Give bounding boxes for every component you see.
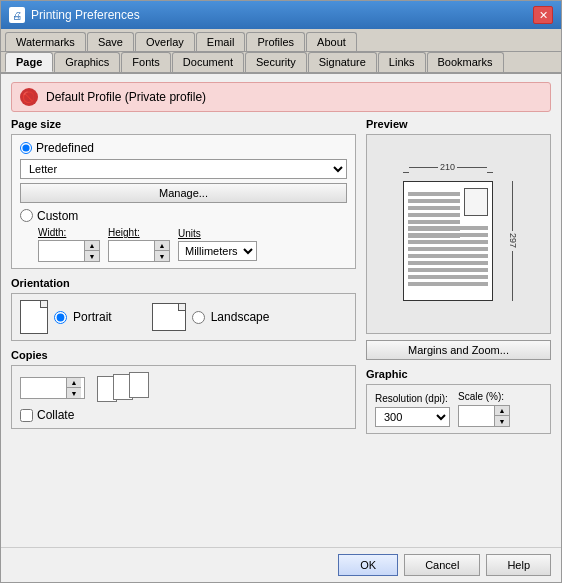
window-title: Printing Preferences	[31, 8, 140, 22]
line-5	[408, 220, 460, 224]
tab-links[interactable]: Links	[378, 52, 426, 72]
height-group: Height: 279.4 ▲ ▼	[108, 227, 170, 262]
line-15	[408, 275, 488, 279]
tab-page[interactable]: Page	[5, 52, 53, 72]
width-spinbox[interactable]: 215.9 ▲ ▼	[38, 240, 100, 262]
collate-row: Collate	[20, 408, 347, 422]
tab-watermarks[interactable]: Watermarks	[5, 32, 86, 51]
paper-select-row: Letter A4 Legal A3	[20, 159, 347, 179]
paper-size-select[interactable]: Letter A4 Legal A3	[20, 159, 347, 179]
tab-document[interactable]: Document	[172, 52, 244, 72]
custom-radio[interactable]	[20, 209, 33, 222]
preview-section: Preview 210	[366, 118, 551, 360]
copies-label: Copies	[11, 349, 356, 361]
height-label: Height:	[108, 227, 170, 238]
line-8	[408, 226, 488, 230]
copies-spinbox-buttons: ▲ ▼	[66, 378, 81, 398]
portrait-option: Portrait	[20, 300, 112, 334]
tab-signature[interactable]: Signature	[308, 52, 377, 72]
graphic-label: Graphic	[366, 368, 551, 380]
resolution-select[interactable]: 300 600 150 72	[375, 407, 450, 427]
portrait-icon	[20, 300, 48, 334]
height-spinbox[interactable]: 279.4 ▲ ▼	[108, 240, 170, 262]
custom-label: Custom	[37, 209, 78, 223]
copies-row: 1 ▲ ▼	[20, 372, 347, 404]
main-area: Page size Predefined Letter A4 Legal A3	[11, 118, 551, 539]
manage-button[interactable]: Manage...	[20, 183, 347, 203]
content-area: 🚫 Default Profile (Private profile) Page…	[1, 74, 561, 547]
copies-section: Copies 1 ▲ ▼	[11, 349, 356, 429]
line-16	[408, 282, 488, 286]
preview-page	[403, 181, 493, 301]
help-button[interactable]: Help	[486, 554, 551, 576]
preview-box: 210 297	[366, 134, 551, 334]
width-up-button[interactable]: ▲	[85, 241, 99, 251]
scale-input[interactable]: 100	[459, 406, 494, 426]
preview-label: Preview	[366, 118, 551, 130]
height-dimension: 297	[512, 181, 513, 301]
landscape-corner	[178, 304, 185, 311]
line-12	[408, 254, 488, 258]
copies-down-button[interactable]: ▼	[67, 388, 81, 398]
collate-checkbox[interactable]	[20, 409, 33, 422]
scale-down-button[interactable]: ▼	[495, 416, 509, 426]
height-up-button[interactable]: ▲	[155, 241, 169, 251]
width-label: Width:	[38, 227, 100, 238]
height-spinbox-buttons: ▲ ▼	[154, 241, 169, 261]
height-down-button[interactable]: ▼	[155, 251, 169, 261]
line-10	[408, 240, 488, 244]
tab-bookmarks[interactable]: Bookmarks	[427, 52, 504, 72]
custom-row: Custom	[20, 209, 347, 223]
tab-graphics[interactable]: Graphics	[54, 52, 120, 72]
scale-spinbox[interactable]: 100 ▲ ▼	[458, 405, 510, 427]
copy-icon-3	[129, 372, 149, 398]
copies-input[interactable]: 1	[21, 378, 66, 398]
dimensions-row: Width: 215.9 ▲ ▼ Height:	[38, 227, 347, 262]
margins-zoom-button[interactable]: Margins and Zoom...	[366, 340, 551, 360]
width-input[interactable]: 215.9	[39, 241, 84, 261]
window-icon: 🖨	[9, 7, 25, 23]
width-down-button[interactable]: ▼	[85, 251, 99, 261]
width-dimension: 210	[403, 167, 493, 178]
height-input[interactable]: 279.4	[109, 241, 154, 261]
tab-overlay[interactable]: Overlay	[135, 32, 195, 51]
tab-fonts[interactable]: Fonts	[121, 52, 171, 72]
tab-email[interactable]: Email	[196, 32, 246, 51]
landscape-label: Landscape	[211, 310, 270, 324]
page-size-box: Predefined Letter A4 Legal A3 Manage...	[11, 134, 356, 269]
ok-button[interactable]: OK	[338, 554, 398, 576]
tab-save[interactable]: Save	[87, 32, 134, 51]
units-label: Units	[178, 228, 257, 239]
tab-profiles[interactable]: Profiles	[246, 32, 305, 51]
landscape-radio[interactable]	[192, 311, 205, 324]
resolution-field: Resolution (dpi): 300 600 150 72	[375, 393, 450, 427]
orientation-row: Portrait Landscape	[20, 300, 347, 334]
bottom-tab-row: Page Graphics Fonts Document Security Si…	[1, 52, 561, 74]
width-dim-label: 210	[438, 162, 457, 172]
bottom-bar: OK Cancel Help	[1, 547, 561, 582]
line-13	[408, 261, 488, 265]
tab-about[interactable]: About	[306, 32, 357, 51]
tab-security[interactable]: Security	[245, 52, 307, 72]
scale-spinbox-buttons: ▲ ▼	[494, 406, 509, 426]
right-panel: Preview 210	[366, 118, 551, 539]
resolution-label: Resolution (dpi):	[375, 393, 450, 404]
predefined-radio[interactable]	[20, 142, 32, 154]
preview-wrapper: 210 297	[403, 181, 493, 301]
portrait-radio[interactable]	[54, 311, 67, 324]
landscape-icon	[152, 303, 186, 331]
graphic-row: Resolution (dpi): 300 600 150 72 Scale (…	[375, 391, 542, 427]
units-select[interactable]: Millimeters Inches Points	[178, 241, 257, 261]
copies-spinbox[interactable]: 1 ▲ ▼	[20, 377, 85, 399]
close-button[interactable]: ✕	[533, 6, 553, 24]
collate-label: Collate	[37, 408, 74, 422]
copies-box: 1 ▲ ▼	[11, 365, 356, 429]
width-group: Width: 215.9 ▲ ▼	[38, 227, 100, 262]
page-size-label: Page size	[11, 118, 356, 130]
cancel-button[interactable]: Cancel	[404, 554, 480, 576]
left-panel: Page size Predefined Letter A4 Legal A3	[11, 118, 356, 539]
title-bar-left: 🖨 Printing Preferences	[9, 7, 140, 23]
scale-up-button[interactable]: ▲	[495, 406, 509, 416]
preview-lower-lines	[408, 226, 488, 289]
copies-up-button[interactable]: ▲	[67, 378, 81, 388]
